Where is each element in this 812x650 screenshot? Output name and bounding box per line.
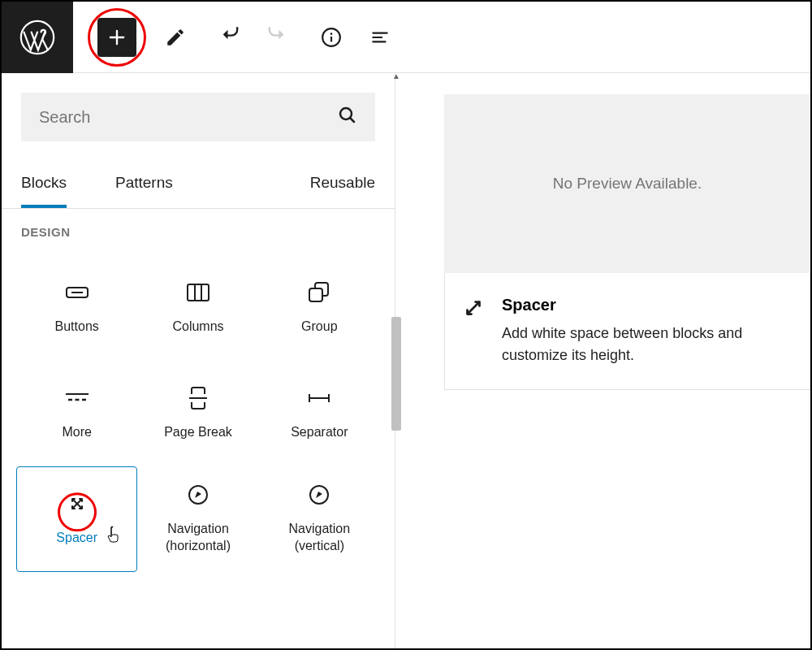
section-title: DESIGN xyxy=(2,209,395,247)
search-box xyxy=(21,93,375,141)
search-input[interactable] xyxy=(39,108,338,127)
tab-patterns[interactable]: Patterns xyxy=(115,161,173,208)
block-more[interactable]: More xyxy=(16,361,137,466)
svg-rect-11 xyxy=(309,288,322,301)
preview-title: Spacer xyxy=(502,296,793,314)
block-navigation-horizontal[interactable]: Navigation (horizontal) xyxy=(137,466,258,572)
wordpress-logo[interactable] xyxy=(2,2,73,73)
info-button[interactable] xyxy=(312,18,351,57)
add-block-button[interactable] xyxy=(97,18,136,57)
block-label: Navigation (horizontal) xyxy=(145,521,251,555)
svg-rect-3 xyxy=(330,36,332,41)
blocks-grid: Buttons Columns Group More Page Break Se xyxy=(2,247,395,580)
svg-rect-7 xyxy=(188,284,209,301)
edit-button[interactable] xyxy=(156,18,195,57)
editor-toolbar xyxy=(2,2,810,73)
block-label: Columns xyxy=(172,318,223,336)
undo-button[interactable] xyxy=(211,18,250,57)
tab-reusable[interactable]: Reusable xyxy=(310,161,375,208)
block-label: Navigation (vertical) xyxy=(266,521,373,555)
list-view-button[interactable] xyxy=(361,18,400,57)
inserter-tabs: Blocks Patterns Reusable xyxy=(2,161,395,209)
cursor-icon xyxy=(106,526,121,544)
compass-icon xyxy=(308,483,330,506)
block-inserter-panel: ▲ Blocks Patterns Reusable DESIGN Button… xyxy=(2,73,395,650)
separator-icon xyxy=(308,387,330,410)
spacer-icon xyxy=(66,492,89,515)
scrollbar-thumb[interactable] xyxy=(391,317,401,431)
block-label: Buttons xyxy=(55,318,99,336)
preview-placeholder: No Preview Available. xyxy=(444,94,810,273)
block-label: Spacer xyxy=(56,530,97,547)
block-page-break[interactable]: Page Break xyxy=(137,361,258,466)
search-icon xyxy=(338,106,357,128)
scrollbar[interactable]: ▲ xyxy=(388,73,401,650)
block-spacer[interactable]: Spacer xyxy=(16,466,137,572)
block-navigation-vertical[interactable]: Navigation (vertical) xyxy=(259,466,380,572)
block-columns[interactable]: Columns xyxy=(137,255,258,361)
block-label: Page Break xyxy=(164,424,232,441)
block-group[interactable]: Group xyxy=(259,255,380,361)
page-break-icon xyxy=(187,387,209,410)
tab-blocks[interactable]: Blocks xyxy=(21,161,67,208)
scroll-up-arrow[interactable]: ▲ xyxy=(392,72,400,80)
group-icon xyxy=(308,281,330,304)
block-label: More xyxy=(62,424,91,441)
block-preview-panel: No Preview Available. Spacer Add white s… xyxy=(395,73,810,650)
preview-info: Spacer Add white space between blocks an… xyxy=(444,273,810,390)
block-separator[interactable]: Separator xyxy=(259,361,380,466)
spacer-icon xyxy=(461,296,486,323)
svg-rect-6 xyxy=(71,292,83,293)
block-buttons[interactable]: Buttons xyxy=(16,255,137,361)
svg-point-2 xyxy=(330,32,333,35)
block-label: Separator xyxy=(291,424,348,441)
block-label: Group xyxy=(301,318,337,336)
compass-icon xyxy=(187,483,209,506)
main-area: ▲ Blocks Patterns Reusable DESIGN Button… xyxy=(2,73,810,650)
more-icon xyxy=(66,387,89,410)
redo-button[interactable] xyxy=(257,18,296,57)
buttons-icon xyxy=(66,281,89,304)
columns-icon xyxy=(187,281,209,304)
preview-description: Add white space between blocks and custo… xyxy=(502,323,793,366)
